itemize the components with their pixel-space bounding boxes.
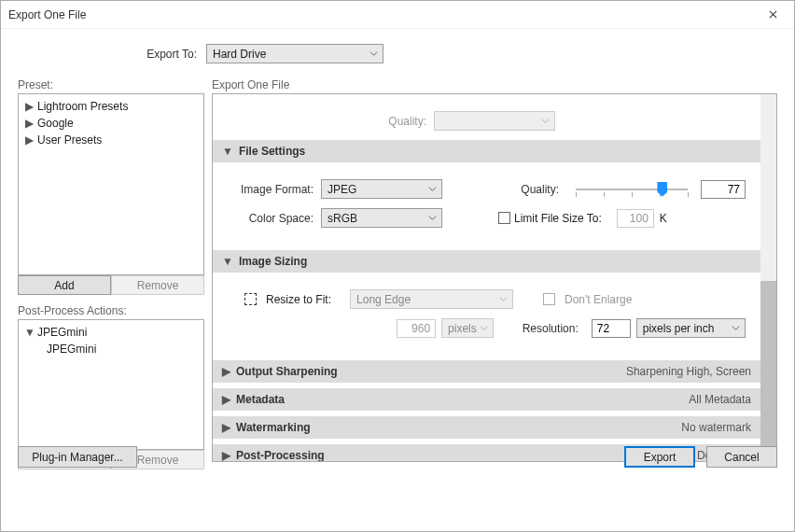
right-pane-label: Export One File xyxy=(212,78,777,91)
plugin-manager-button[interactable]: Plug-in Manager... xyxy=(18,446,137,468)
watermarking-summary: No watermark xyxy=(681,421,751,434)
resize-mode-select: Long Edge xyxy=(350,289,513,309)
dont-enlarge-label: Don't Enlarge xyxy=(565,293,632,306)
dont-enlarge-checkbox xyxy=(543,293,555,305)
limit-file-size-checkbox[interactable] xyxy=(498,212,510,224)
export-to-value: Hard Drive xyxy=(213,48,266,61)
output-sharpening-summary: Sharpening High, Screen xyxy=(626,365,751,378)
settings-scrollpane: Quality: ▼File Settings I xyxy=(212,93,777,462)
resolution-label: Resolution: xyxy=(523,322,586,335)
chevron-down-icon xyxy=(499,295,508,303)
preset-item[interactable]: ▶User Presets xyxy=(24,132,198,148)
preset-item[interactable]: ▶Lightroom Presets xyxy=(24,98,198,115)
limit-file-size-unit: K xyxy=(660,212,667,225)
file-settings-header[interactable]: ▼File Settings xyxy=(213,140,760,162)
triangle-right-icon: ▶ xyxy=(24,133,34,147)
quality-input[interactable] xyxy=(701,180,746,199)
image-sizing-body: Resize to Fit: Long Edge Don't Enlarge xyxy=(213,273,760,355)
size-value-input xyxy=(397,319,436,338)
chevron-down-icon xyxy=(428,185,437,193)
size-unit-select: pixels xyxy=(441,318,494,338)
resolution-input[interactable] xyxy=(592,319,631,338)
watermarking-header[interactable]: ▶Watermarking No watermark xyxy=(213,416,760,439)
prev-quality-label: Quality: xyxy=(341,115,434,128)
post-process-label: Post-Process Actions: xyxy=(18,304,204,317)
resize-to-fit-label: Resize to Fit: xyxy=(266,293,331,306)
chevron-down-icon xyxy=(732,324,740,332)
file-settings-body: Image Format: JPEG Quality: xyxy=(213,162,760,245)
window-title: Export One File xyxy=(8,8,86,21)
chevron-down-icon xyxy=(428,214,437,222)
limit-file-size-input xyxy=(617,209,654,228)
image-format-label: Image Format: xyxy=(228,183,321,196)
close-button[interactable] xyxy=(751,1,794,29)
image-sizing-header[interactable]: ▼Image Sizing xyxy=(213,250,760,273)
titlebar: Export One File xyxy=(1,1,794,29)
action-group[interactable]: ▼JPEGmini xyxy=(24,324,198,341)
export-to-label: Export To: xyxy=(18,48,206,61)
color-space-label: Color Space: xyxy=(228,212,321,225)
close-icon xyxy=(769,10,777,19)
scrollbar[interactable] xyxy=(760,94,776,461)
preset-list[interactable]: ▶Lightroom Presets ▶Google ▶User Presets xyxy=(18,93,204,275)
preset-label: Preset: xyxy=(18,78,204,91)
chevron-down-icon xyxy=(541,117,550,125)
action-item[interactable]: JPEGmini xyxy=(24,341,198,357)
resize-to-fit-checkbox[interactable] xyxy=(244,293,257,305)
scrollbar-thumb[interactable] xyxy=(760,281,776,449)
remove-preset-button[interactable]: Remove xyxy=(111,275,204,295)
prev-quality-select xyxy=(434,111,555,131)
chevron-down-icon xyxy=(480,324,488,332)
triangle-right-icon: ▶ xyxy=(222,393,230,406)
post-process-list[interactable]: ▼JPEGmini JPEGmini xyxy=(18,319,204,450)
metadata-header[interactable]: ▶Metadata All Metadata xyxy=(213,388,760,411)
quality-slider[interactable] xyxy=(576,180,688,199)
export-to-select[interactable]: Hard Drive xyxy=(206,44,384,63)
add-preset-button[interactable]: Add xyxy=(18,275,111,295)
image-format-select[interactable]: JPEG xyxy=(321,179,442,199)
cancel-button[interactable]: Cancel xyxy=(706,446,777,468)
triangle-down-icon: ▼ xyxy=(222,255,233,268)
quality-label: Quality: xyxy=(521,183,566,196)
chevron-down-icon xyxy=(370,49,378,58)
output-sharpening-header[interactable]: ▶Output Sharpening Sharpening High, Scre… xyxy=(213,360,760,383)
export-dialog: Export One File Export To: Hard Drive Pr… xyxy=(0,0,795,532)
triangle-right-icon: ▶ xyxy=(222,421,230,434)
metadata-summary: All Metadata xyxy=(689,393,751,406)
limit-file-size-label: Limit File Size To: xyxy=(514,212,602,225)
export-button[interactable]: Export xyxy=(624,446,695,468)
color-space-select[interactable]: sRGB xyxy=(321,208,442,228)
triangle-down-icon: ▼ xyxy=(24,326,34,339)
triangle-right-icon: ▶ xyxy=(24,117,34,130)
preset-item[interactable]: ▶Google xyxy=(24,115,198,132)
triangle-right-icon: ▶ xyxy=(222,365,230,378)
triangle-down-icon: ▼ xyxy=(222,145,233,158)
resolution-unit-select[interactable]: pixels per inch xyxy=(636,318,746,338)
triangle-right-icon: ▶ xyxy=(24,100,34,113)
